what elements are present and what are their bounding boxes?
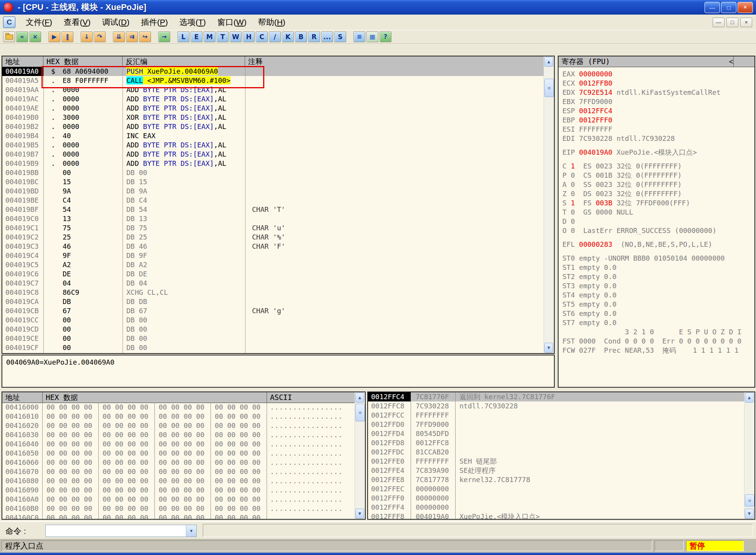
register-line[interactable]: EFL 00000283 (NO,B,NE,BE,S,PO,L,LE) (562, 240, 754, 249)
view-references-button[interactable]: R (308, 31, 320, 42)
disasm-row[interactable]: 004019BB00DB 00 (2, 168, 544, 177)
register-line[interactable]: ST0 empty -UNORM BBB0 01050104 00000000 (562, 254, 754, 263)
register-line[interactable]: ST4 empty 0.0 (562, 291, 754, 300)
dump-row[interactable]: 004160C000 00 00 0000 00 00 0000 00 00 0… (2, 513, 355, 520)
scroll-up-button[interactable]: ▲ (544, 57, 553, 67)
menu-item-6[interactable]: 帮助(H) (252, 15, 291, 30)
stack-row[interactable]: 0012FFE47C839A90SE处理程序 (368, 466, 744, 475)
stack-scrollbar[interactable]: ▲ ≡ ▼ (744, 392, 754, 519)
registers-header[interactable]: 寄存器 (FPU) < (559, 56, 754, 67)
dump-scrollbar[interactable]: ▲ ≡ ▼ (355, 392, 365, 519)
register-line[interactable]: ST5 empty 0.0 (562, 300, 754, 309)
command-combobox[interactable]: ▼ (45, 525, 197, 537)
pause-button[interactable]: ‖ (61, 31, 73, 42)
column-header-hex[interactable]: HEX 数据 (43, 56, 123, 67)
maximize-button[interactable]: □ (721, 2, 736, 13)
dump-column-hex[interactable]: HEX 数据 (43, 392, 267, 403)
stack-row[interactable]: 0012FFEC00000000 (368, 484, 744, 494)
stack-row[interactable]: 0012FFD480545DFD (368, 429, 744, 438)
dump-row[interactable]: 0041607000 00 00 0000 00 00 0000 00 00 0… (2, 467, 355, 476)
disasm-row[interactable]: 004019B5.0000ADD BYTE PTR DS:[EAX],AL (2, 140, 544, 150)
register-line[interactable]: FST 0000 Cond 0 0 0 0 Err 0 0 0 0 0 0 0 … (562, 337, 754, 346)
register-line[interactable]: D 0 (562, 217, 754, 226)
dump-row[interactable]: 0041606000 00 00 0000 00 00 0000 00 00 0… (2, 458, 355, 467)
dump-row[interactable]: 0041601000 00 00 0000 00 00 0000 00 00 0… (2, 412, 355, 421)
view-handles-button[interactable]: H (243, 31, 255, 42)
dump-column-address[interactable]: 地址 (2, 392, 43, 403)
register-line[interactable]: EBP 0012FFF0 (562, 116, 754, 125)
view-patches-button[interactable]: / (269, 31, 281, 42)
dump-row[interactable]: 0041609000 00 00 0000 00 00 0000 00 00 0… (2, 486, 355, 495)
animate-over-button[interactable]: ⇉ (126, 31, 138, 42)
column-header-disasm[interactable]: 反汇编 (123, 56, 245, 67)
disasm-row[interactable]: 004019AC.0000ADD BYTE PTR DS:[EAX],AL (2, 94, 544, 104)
register-line[interactable]: A 0 SS 0023 32位 0(FFFFFFFF) (562, 180, 754, 189)
register-line[interactable]: 3 2 1 0 E S P U O Z D I (562, 327, 754, 337)
register-line[interactable]: O 0 LastErr ERROR_SUCCESS (00000000) (562, 226, 754, 235)
register-line[interactable]: ST3 empty 0.0 (562, 281, 754, 291)
view-memory-button[interactable]: M (204, 31, 216, 42)
scroll-down-button[interactable]: ▼ (544, 343, 553, 353)
view-breakpoints-button[interactable]: B (295, 31, 307, 42)
stack-row[interactable]: 0012FFF400000000 (368, 503, 744, 512)
menu-item-2[interactable]: 调试(D) (96, 15, 135, 30)
view-run-trace-button[interactable]: ... (321, 31, 333, 42)
disasm-row[interactable]: 004019CB67DB 67CHAR 'g' (2, 306, 544, 315)
stack-row[interactable]: 0012FFF8004019A0XuePoJie.<模块入口点> (368, 512, 744, 520)
disasm-row[interactable]: 004019AE.0000ADD BYTE PTR DS:[EAX],AL (2, 104, 544, 113)
dropdown-arrow-icon[interactable]: ▼ (186, 525, 196, 537)
disasm-row[interactable]: 004019C013DB 13 (2, 214, 544, 223)
disasm-row[interactable]: 004019C886C9XCHG CL,CL (2, 288, 544, 297)
dump-row[interactable]: 0041608000 00 00 0000 00 00 0000 00 00 0… (2, 476, 355, 486)
disasm-row[interactable]: 004019B7.0000ADD BYTE PTR DS:[EAX],AL (2, 150, 544, 159)
scroll-up-button[interactable]: ▲ (745, 393, 754, 403)
view-executables-button[interactable]: E (191, 31, 202, 42)
mdi-close-button[interactable]: × (740, 18, 752, 27)
step-into-button[interactable]: ↓ (81, 31, 93, 42)
disasm-row[interactable]: 004019CF00DB 00 (2, 343, 544, 352)
scroll-down-button[interactable]: ▼ (745, 509, 754, 519)
view-log-button[interactable]: L (177, 31, 189, 42)
register-line[interactable]: Z 0 DS 0023 32位 0(FFFFFFFF) (562, 189, 754, 198)
stack-row[interactable]: 0012FFE87C817778kernel32.7C817778 (368, 475, 744, 484)
disasm-row[interactable]: 004019CC00DB 00 (2, 315, 544, 325)
disasm-row[interactable]: 004019CE00DB 00 (2, 334, 544, 343)
disasm-row[interactable]: 004019AA.0000ADD BYTE PTR DS:[EAX],AL (2, 85, 544, 94)
scroll-thumb[interactable]: ≡ (355, 404, 365, 421)
dump-row[interactable]: 0041602000 00 00 0000 00 00 0000 00 00 0… (2, 421, 355, 430)
mdi-restore-button[interactable]: □ (726, 18, 738, 27)
register-line[interactable]: EDI 7C930228 ntdll.7C930228 (562, 134, 754, 143)
step-over-button[interactable]: ↷ (94, 31, 106, 42)
column-header-address[interactable]: 地址 (2, 56, 43, 67)
register-line[interactable]: ST7 empty 0.0 (562, 318, 754, 327)
close-button[interactable]: × (738, 2, 753, 13)
dump-row[interactable]: 004160A000 00 00 0000 00 00 0000 00 00 0… (2, 495, 355, 504)
register-line[interactable]: S 1 FS 003B 32位 7FFDF000(FFF) (562, 198, 754, 208)
dump-row[interactable]: 004160B000 00 00 0000 00 00 0000 00 00 0… (2, 504, 355, 513)
scroll-thumb[interactable]: ≡ (745, 494, 754, 507)
disasm-row[interactable]: 004019C175DB 75CHAR 'u' (2, 223, 544, 233)
restart-button[interactable]: « (16, 31, 28, 42)
menu-item-0[interactable]: 文件(F) (20, 15, 58, 30)
disasm-row[interactable]: 004019B9.0000ADD BYTE PTR DS:[EAX],AL (2, 159, 544, 168)
scroll-down-button[interactable]: ▼ (355, 509, 364, 519)
menu-item-1[interactable]: 查看(V) (58, 15, 96, 30)
disasm-row[interactable]: 004019CD00DB 00 (2, 325, 544, 334)
disassembly-scrollbar[interactable]: ▲ ≡ ▼ (544, 56, 554, 353)
disasm-row[interactable]: 004019C49FDB 9F (2, 251, 544, 260)
register-line[interactable]: EIP 004019A0 XuePoJie.<模块入口点> (562, 148, 754, 157)
register-line[interactable]: EDX 7C92E514 ntdll.KiFastSystemCallRet (562, 88, 754, 97)
disasm-row[interactable]: 004019BEC4DB C4 (2, 196, 544, 205)
dump-row[interactable]: 0041603000 00 00 0000 00 00 0000 00 00 0… (2, 430, 355, 439)
appearance-options-button[interactable]: ▦ (366, 31, 378, 42)
go-to-address-button[interactable]: → (158, 31, 170, 42)
close-program-button[interactable]: × (29, 31, 41, 42)
view-call-stack-button[interactable]: K (282, 31, 294, 42)
open-file-button[interactable] (3, 31, 15, 42)
disasm-row[interactable]: 004019C6DEDB DE (2, 269, 544, 279)
menu-item-3[interactable]: 插件(P) (135, 15, 174, 30)
register-line[interactable]: ESI FFFFFFFF (562, 125, 754, 134)
register-line[interactable]: ESP 0012FFC4 (562, 106, 754, 116)
stack-row[interactable]: 0012FFF000000000 (368, 494, 744, 503)
mdi-minimize-button[interactable]: — (713, 18, 724, 27)
